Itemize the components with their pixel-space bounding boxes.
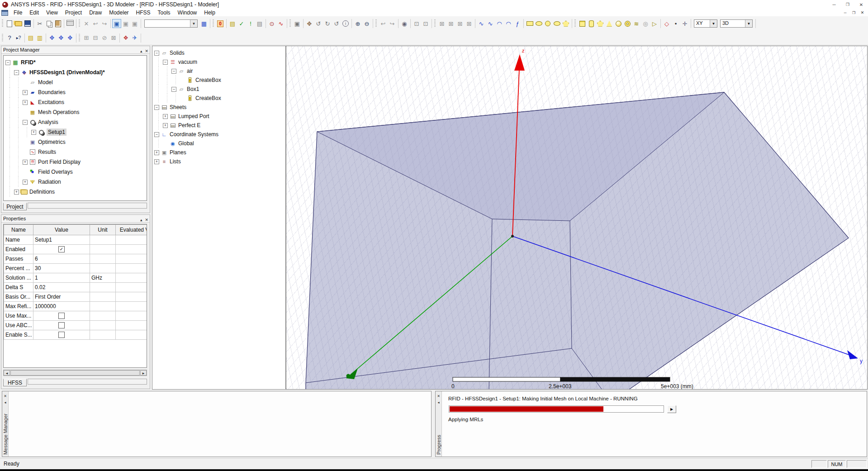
rotate-view-icon[interactable]: ↻	[323, 19, 332, 28]
menu-window[interactable]: Window	[174, 9, 201, 16]
model-tree-item-box1[interactable]: −Box1	[154, 85, 285, 94]
help-contents-icon[interactable]: ?	[5, 33, 14, 43]
hide-selection-icon[interactable]: ◉	[400, 19, 409, 28]
draw-torus-icon[interactable]	[623, 19, 632, 28]
draw-polyline-icon[interactable]: ∿	[477, 19, 486, 28]
property-value[interactable]: 0.02	[33, 283, 90, 292]
copy-icon[interactable]	[44, 19, 53, 28]
model-tree-item-coordinate-systems[interactable]: −Coordinate Systems	[154, 130, 285, 139]
collapse-panel-icon[interactable]	[4, 399, 6, 405]
model-canvas[interactable]: y z 0 2.5e+003 5e+003 (mm)	[286, 46, 868, 390]
tree-item-label[interactable]: vacuum	[178, 59, 197, 65]
tab-project[interactable]: Project	[3, 203, 27, 210]
property-value[interactable]: ✓	[33, 245, 90, 254]
tree-item-label[interactable]: Setup1	[47, 128, 66, 136]
rotate-model-icon[interactable]: ↺	[314, 19, 323, 28]
transform-rotate-icon[interactable]: ✥	[57, 33, 66, 43]
model-tree-item-global[interactable]: Global	[154, 139, 285, 148]
checkbox-unchecked-icon[interactable]	[58, 313, 65, 319]
collapse-icon[interactable]: −	[154, 132, 159, 137]
model-tree-item-createbox[interactable]: CreateBox	[154, 76, 285, 85]
menu-modeler[interactable]: Modeler	[105, 9, 132, 16]
scroll-right-icon[interactable]: ▶	[140, 370, 147, 376]
tree-item-label[interactable]: Coordinate Systems	[170, 131, 218, 138]
show-properties-icon[interactable]: ▥	[35, 33, 44, 43]
context-help-icon[interactable]: ▸?	[14, 33, 23, 43]
chevron-down-icon[interactable]: ▼	[745, 20, 752, 27]
rotate-screen-icon[interactable]: ↺	[332, 19, 341, 28]
collapse-icon[interactable]: −	[154, 51, 159, 56]
close-panel-icon[interactable]	[145, 216, 148, 224]
select-multi-icon[interactable]: ▣	[130, 19, 139, 28]
column-header-value[interactable]: Value	[33, 225, 90, 235]
tree-item-label[interactable]: CreateBox	[195, 95, 221, 101]
tree-item-label[interactable]: Model	[38, 79, 53, 86]
model-tree-item-perfect-e[interactable]: +Perfect E	[154, 121, 285, 130]
collapse-icon[interactable]: −	[163, 60, 168, 65]
minimize-icon[interactable]	[827, 0, 841, 9]
solution-data-icon[interactable]: ⊙	[267, 19, 276, 28]
close-panel-icon[interactable]	[145, 47, 148, 55]
next-view-icon[interactable]: ↪	[388, 19, 397, 28]
collapse-icon[interactable]: −	[171, 87, 176, 92]
tree-item-label[interactable]: Field Overlays	[38, 169, 73, 175]
draw-ellipse-icon[interactable]	[534, 19, 543, 28]
project-tree-item-setup1[interactable]: +Setup1	[5, 127, 147, 137]
model-tree-item-createbox[interactable]: CreateBox	[154, 94, 285, 103]
boolean-subtract-icon[interactable]: ⊟	[91, 33, 100, 43]
expand-icon[interactable]: +	[163, 114, 168, 119]
open-project-icon[interactable]	[14, 19, 23, 28]
project-tree-item-mesh-operations[interactable]: Mesh Operations	[5, 107, 147, 117]
select-face-icon[interactable]: ▣	[121, 19, 130, 28]
menu-project[interactable]: Project	[62, 9, 85, 16]
menu-hfss[interactable]: HFSS	[133, 9, 154, 16]
previous-view-icon[interactable]: ↩	[379, 19, 388, 28]
expand-icon[interactable]: +	[23, 90, 28, 95]
view-right-icon[interactable]: ⊠	[465, 19, 474, 28]
draw-cylinder-icon[interactable]	[587, 19, 596, 28]
draw-sphere-icon[interactable]	[614, 19, 623, 28]
model-tree-item-planes[interactable]: +Planes	[154, 148, 285, 157]
plane-dropdown[interactable]: XY▼	[694, 19, 717, 28]
view-top-icon[interactable]: ⊠	[437, 19, 446, 28]
tree-item-label[interactable]: Radiation	[38, 179, 61, 185]
tree-item-label[interactable]: Boundaries	[38, 89, 66, 95]
project-tree-item-analysis[interactable]: −Analysis	[5, 117, 147, 127]
draw-spiral-icon[interactable]: ◎	[641, 19, 650, 28]
draw-sweep-icon[interactable]: ▷	[650, 19, 659, 28]
draw-cone-icon[interactable]	[605, 19, 614, 28]
model-tree-item-vacuum[interactable]: −vacuum	[154, 57, 285, 67]
draw-equation-curve-icon[interactable]: ƒ	[513, 19, 522, 28]
draw-oval-icon[interactable]	[552, 19, 561, 28]
progress-detail-button[interactable]	[667, 405, 676, 413]
project-tree-item-excitations[interactable]: +Excitations	[5, 97, 147, 107]
tree-item-label[interactable]: Perfect E	[178, 122, 200, 128]
validate-icon[interactable]: ▤	[228, 19, 237, 28]
project-tree-item-definitions[interactable]: +Definitions	[5, 187, 147, 197]
draw-circle-icon[interactable]	[543, 19, 552, 28]
fit-selection-icon[interactable]: ⊡	[421, 19, 430, 28]
chevron-down-icon[interactable]: ▼	[190, 20, 197, 27]
redo-icon[interactable]: ↪	[100, 19, 109, 28]
draw-box-icon[interactable]	[578, 19, 587, 28]
tree-item-label[interactable]: RFID*	[21, 59, 36, 66]
project-tree-item-radiation[interactable]: +Radiation	[5, 177, 147, 187]
property-value[interactable]: First Order	[33, 292, 90, 302]
property-value[interactable]: 6	[33, 254, 90, 264]
draw-arc-3pt-icon[interactable]: ◠	[504, 19, 513, 28]
menu-help[interactable]: Help	[200, 9, 219, 16]
project-tree-item-boundaries[interactable]: +Boundaries	[5, 87, 147, 97]
non-model-object-icon[interactable]: ◇	[662, 19, 671, 28]
menu-view[interactable]: View	[43, 9, 62, 16]
chevron-down-icon[interactable]: ▼	[710, 20, 717, 27]
horizontal-scrollbar[interactable]: ◀ ▶	[3, 370, 147, 376]
pin-panel-icon[interactable]	[140, 47, 142, 55]
column-header-evaluated-v[interactable]: Evaluated V	[116, 225, 147, 235]
property-value[interactable]	[33, 330, 90, 340]
boolean-intersect-icon[interactable]: ⊘	[100, 33, 109, 43]
undo-icon[interactable]: ↩	[91, 19, 100, 28]
model-tree-item-air[interactable]: −air	[154, 67, 285, 76]
tree-item-label[interactable]: Port Field Display	[38, 159, 81, 165]
solve-setup-icon[interactable]	[216, 19, 225, 28]
project-tree-item-optimetrics[interactable]: Optimetrics	[5, 137, 147, 147]
